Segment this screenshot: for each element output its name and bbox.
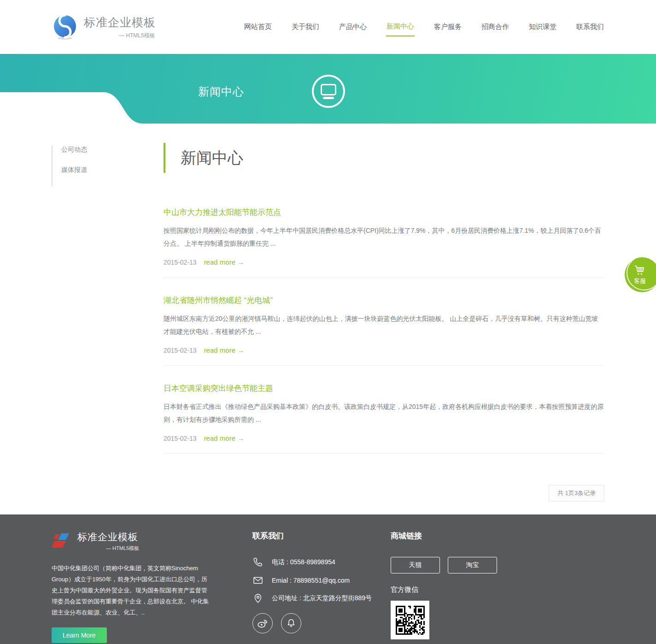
main-nav: 网站首页关于我们产品中心新闻中心客户服务招商合作知识课堂联系我们 — [225, 18, 604, 36]
read-more-link[interactable]: read more → — [204, 434, 245, 442]
page-banner: 新闻中心 — [0, 54, 656, 124]
pagination-row: 共 1页3条记录 — [164, 485, 604, 502]
main-area: 公司动态媒体报道 新闻中心 中山市大力推进太阳能节能示范点 按照国家统计局刚刚公… — [52, 124, 604, 514]
page: 标准企业模板 — HTML5模板 网站首页关于我们产品中心新闻中心客户服务招商合… — [0, 0, 656, 644]
service-label: 客服 — [634, 277, 646, 285]
footer-site-title: 标准企业模板 — [77, 531, 139, 544]
content-column: 新闻中心 中山市大力推进太阳能节能示范点 按照国家统计局刚刚公布的数据，今年上半… — [164, 124, 604, 502]
nav-item[interactable]: 招商合作 — [481, 18, 510, 36]
qq-icon[interactable] — [281, 613, 301, 633]
qr-canvas — [396, 606, 425, 635]
article-list: 中山市大力推进太阳能节能示范点 按照国家统计局刚刚公布的数据，今年上半年中国居民… — [164, 189, 604, 454]
taobao-link[interactable]: 淘宝 — [448, 557, 497, 573]
footer: 标准企业模板 — HTML5模板 中国中化集团公司（简称中化集团，英文简称Sin… — [0, 514, 656, 644]
news-title-link[interactable]: 湖北省随州市悄然崛起 “光电城” — [164, 295, 273, 306]
footer-about-column: 标准企业模板 — HTML5模板 中国中化集团公司（简称中化集团，英文简称Sin… — [52, 531, 211, 644]
nav-item[interactable]: 联系我们 — [576, 18, 604, 36]
news-meta: 2015-02-13 read more → — [164, 434, 604, 442]
tmall-link[interactable]: 天猫 — [391, 557, 440, 573]
site-subtitle: — HTML5模板 — [84, 32, 156, 40]
sidebar-item[interactable]: 媒体报道 — [61, 166, 164, 174]
contact-address: 公司地址 : 北京天堂路分型街889号 — [272, 594, 372, 603]
news-excerpt: 日本财务省正式推出《推动绿色产品采购基本政策》的白皮书。该政策白皮书规定，从20… — [164, 400, 604, 426]
nav-item[interactable]: 关于我们 — [291, 18, 320, 36]
nav-item[interactable]: 产品中心 — [339, 18, 367, 36]
nav-item[interactable]: 客户服务 — [433, 18, 462, 36]
contact-phone: 电话 : 0558-89898954 — [272, 558, 335, 567]
phone-icon — [252, 557, 264, 568]
mall-links: 天猫 淘宝 — [391, 557, 604, 573]
footer-logo: 标准企业模板 — HTML5模板 — [52, 531, 211, 552]
contact-email-row: Emial : 78898551@qq.com — [252, 575, 391, 586]
mall-heading: 商城链接 — [391, 531, 604, 541]
contact-email: Emial : 78898551@qq.com — [272, 577, 350, 584]
footer-brand-text: 标准企业模板 — HTML5模板 — [77, 531, 139, 552]
news-meta: 2015-02-13 read more → — [164, 346, 604, 354]
nav-item[interactable]: 知识课堂 — [528, 18, 557, 36]
contact-address-row: 公司地址 : 北京天堂路分型街889号 — [252, 593, 391, 604]
banner-curve-cutout — [0, 92, 175, 124]
wechat-qr-code — [391, 601, 429, 639]
logo-swirl-icon — [52, 14, 78, 41]
sidebar: 公司动态媒体报道 — [52, 124, 164, 186]
read-more-link[interactable]: read more → — [204, 258, 245, 266]
news-meta: 2015-02-13 read more → — [164, 258, 604, 266]
envelope-icon — [252, 575, 264, 586]
monitor-screen — [321, 84, 336, 95]
cart-icon — [634, 264, 646, 276]
header-logo[interactable]: 标准企业模板 — HTML5模板 — [52, 14, 156, 41]
learn-more-button[interactable]: Learn More — [52, 627, 107, 643]
banner-title: 新闻中心 — [198, 84, 244, 99]
footer-contact-column: 联系我们 电话 : 0558-89898954 Emial : 78898551… — [252, 531, 391, 644]
site-title: 标准企业模板 — [84, 15, 156, 30]
nav-item[interactable]: 网站首页 — [244, 18, 272, 36]
news-item: 中山市大力推进太阳能节能示范点 按照国家统计局刚刚公布的数据，今年上半年中国居民… — [164, 189, 604, 278]
header: 标准企业模板 — HTML5模板 网站首页关于我们产品中心新闻中心客户服务招商合… — [0, 0, 656, 54]
news-title-link[interactable]: 中山市大力推进太阳能节能示范点 — [164, 207, 281, 218]
monitor-icon — [312, 75, 345, 108]
nav-item[interactable]: 新闻中心 — [386, 18, 415, 36]
news-title-link[interactable]: 日本空调采购突出绿色节能主题 — [164, 383, 273, 394]
brand-text: 标准企业模板 — HTML5模板 — [84, 15, 156, 40]
news-date: 2015-02-13 — [164, 259, 197, 266]
contact-heading: 联系我们 — [252, 531, 391, 541]
company-description: 中国中化集团公司（简称中化集团，英文简称Sinochem Group）成立于19… — [52, 563, 211, 618]
contact-phone-row: 电话 : 0558-89898954 — [252, 557, 391, 568]
service-float-button[interactable]: 客服 — [625, 257, 656, 292]
social-links — [252, 613, 391, 633]
footer-mall-column: 商城链接 天猫 淘宝 官方微信 — [391, 531, 604, 644]
news-item: 日本空调采购突出绿色节能主题 日本财务省正式推出《推动绿色产品采购基本政策》的白… — [164, 366, 604, 454]
news-date: 2015-02-13 — [164, 435, 197, 442]
sidebar-list: 公司动态媒体报道 — [52, 146, 164, 186]
weibo-icon[interactable] — [252, 613, 273, 633]
footer-site-subtitle: — HTML5模板 — [77, 545, 139, 552]
footer-logo-icon — [52, 531, 72, 551]
wechat-label: 官方微信 — [391, 585, 604, 594]
location-pin-icon — [252, 593, 264, 604]
read-more-link[interactable]: read more → — [204, 346, 245, 354]
news-item: 湖北省随州市悄然崛起 “光电城” 随州城区东南方近20公里的淅河镇马鞍山，连绵起… — [164, 278, 604, 366]
news-excerpt: 按照国家统计局刚刚公布的数据，今年上半年中国居民消费价格总水平(CPI)同比上涨… — [164, 224, 604, 250]
monitor-base — [323, 97, 334, 99]
news-date: 2015-02-13 — [164, 347, 197, 354]
section-heading: 新闻中心 — [164, 143, 604, 173]
sidebar-item[interactable]: 公司动态 — [61, 146, 164, 154]
news-excerpt: 随州城区东南方近20公里的淅河镇马鞍山，连绵起伏的山包上，满披一块块蔚蓝色的光伏… — [164, 312, 604, 338]
page-title: 新闻中心 — [181, 146, 604, 170]
pagination: 共 1页3条记录 — [549, 485, 604, 502]
